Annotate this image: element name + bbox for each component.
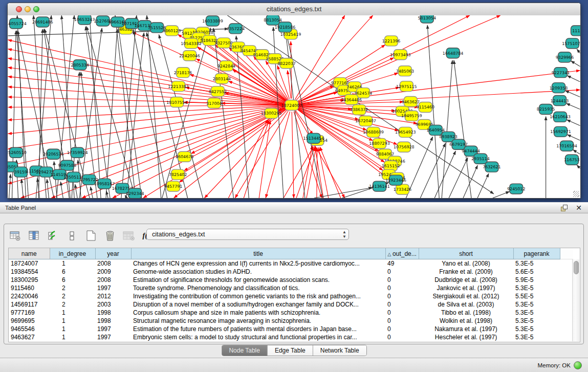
table-cell[interactable]: Tibbo et al. (1998) [419, 309, 513, 317]
table-cell[interactable]: 0 [385, 325, 419, 333]
table-cell[interactable]: Stergiakouli et al. (2012) [419, 292, 513, 300]
table-row[interactable]: 946554611997Estimation of the future num… [9, 325, 573, 333]
table-cell[interactable]: 2009 [95, 268, 131, 276]
column-header-title[interactable]: title [131, 248, 385, 259]
table-cell[interactable]: Corpus callosum shape and size in male p… [131, 309, 385, 317]
graph-node[interactable]: 9329966 [556, 52, 574, 62]
table-row[interactable]: 1830029562008Estimation of significance … [9, 276, 573, 284]
table-cell[interactable]: 5.3E-5 [513, 333, 560, 341]
graph-node[interactable]: 17359924 [67, 147, 88, 158]
graph-edge[interactable] [303, 145, 312, 198]
graph-edge[interactable] [567, 135, 580, 140]
graph-edge[interactable] [573, 150, 580, 155]
graph-edge[interactable] [8, 97, 285, 105]
table-cell[interactable]: 1 [50, 259, 95, 268]
table-cell[interactable]: 1 [50, 317, 95, 325]
table-cell[interactable]: 0 [385, 268, 419, 276]
graph-node[interactable]: 18807293 [369, 138, 390, 148]
table-cell[interactable]: 0 [385, 276, 419, 284]
graph-node[interactable]: 9115460 [417, 102, 435, 113]
graph-edge[interactable] [420, 143, 445, 198]
graph-node[interactable]: 9245012 [507, 184, 526, 194]
graph-node[interactable]: 14055724 [8, 18, 27, 29]
table-cell[interactable]: 9463627 [9, 333, 50, 341]
graph-edge[interactable] [319, 147, 329, 198]
graph-edge[interactable] [21, 179, 24, 198]
table-cell[interactable]: 22420046 [9, 292, 50, 300]
graph-node[interactable]: 1117 [571, 26, 580, 36]
table-cell[interactable]: 18724007 [9, 259, 50, 268]
table-cell[interactable]: 14569117 [9, 300, 50, 309]
graph-edge[interactable] [126, 33, 144, 198]
table-row[interactable]: 969969511998Structural magnetic resonanc… [9, 317, 573, 325]
graph-edge[interactable] [79, 28, 102, 198]
graph-edge[interactable] [566, 103, 580, 109]
table-row[interactable]: 1872400712008Changes of HCN gene express… [9, 259, 573, 268]
graph-edge[interactable] [477, 173, 489, 198]
table-row[interactable]: 946362711997Embryonic stem cells: a mode… [9, 333, 573, 341]
table-cell[interactable]: 1 [50, 325, 95, 333]
graph-edge[interactable] [577, 49, 580, 53]
graph-node[interactable]: 9242844 [217, 61, 236, 71]
graph-node[interactable]: 12213383 [168, 81, 189, 92]
graph-node[interactable]: 7825402 [169, 169, 187, 180]
graph-edge[interactable] [571, 61, 580, 67]
graph-edge[interactable] [291, 41, 292, 99]
graph-node[interactable]: 7515526 [148, 23, 166, 33]
graph-edge[interactable] [294, 112, 322, 198]
table-row[interactable]: 911546021997Tourette syndrome. Phenomeno… [9, 284, 573, 292]
float-panel-icon[interactable] [561, 205, 568, 211]
table-cell[interactable]: Dudbridge et al. (2008) [419, 276, 513, 284]
graph-node[interactable]: 17016504 [556, 141, 577, 151]
table-cell[interactable]: Yano et al. (2008) [419, 259, 513, 268]
table-cell[interactable]: Estimation of the future numbers of pati… [131, 325, 385, 333]
graph-edge[interactable] [75, 184, 78, 198]
graph-node[interactable]: 9227341 [552, 68, 570, 78]
table-cell[interactable]: 2008 [95, 259, 131, 268]
graph-node[interactable]: 10756928 [394, 142, 415, 152]
table-cell[interactable]: Wolkin et al. (1998) [419, 317, 513, 325]
tab-edge-table[interactable]: Edge Table [268, 345, 313, 356]
graph-edge[interactable] [284, 146, 314, 198]
table-cell[interactable]: 2008 [95, 276, 131, 284]
table-cell[interactable]: Structural magnetic resonance image aver… [131, 317, 385, 325]
graph-edge[interactable] [8, 68, 286, 104]
table-cell[interactable]: Genome-wide association studies in ADHD. [131, 268, 385, 276]
graph-edge[interactable] [449, 158, 468, 198]
graph-node[interactable]: 10688609 [363, 127, 384, 137]
graph-edge[interactable] [296, 147, 315, 198]
table-cell[interactable]: Hescheler et al. (1997) [419, 333, 513, 341]
table-cell[interactable]: 1 [50, 333, 95, 341]
graph-node[interactable]: 116753 [564, 155, 579, 165]
table-row[interactable]: 1456911722003Disruption of a novel membe… [9, 300, 573, 309]
table-cell[interactable]: 2003 [95, 300, 131, 309]
table-cell[interactable]: 2 [50, 292, 95, 300]
table-cell[interactable]: 0 [385, 333, 419, 341]
graph-node[interactable]: 2805334 [71, 60, 89, 70]
table-cell[interactable]: 19384554 [9, 268, 50, 276]
graph-edge[interactable] [204, 110, 287, 198]
graph-edge[interactable] [213, 28, 233, 198]
table-cell[interactable]: 5.6E-5 [513, 268, 560, 276]
graph-node[interactable]: 39159 [14, 167, 28, 177]
table-cell[interactable]: 1 [50, 309, 95, 317]
graph-edge[interactable] [8, 105, 285, 107]
network-canvas[interactable]: 1872400774638229860123591235182260589127… [8, 15, 580, 198]
table-cell[interactable]: 6 [50, 276, 95, 284]
graph-edge[interactable] [493, 191, 510, 198]
table-cell[interactable]: 1998 [95, 317, 131, 325]
graph-edge[interactable] [567, 76, 580, 82]
graph-edge[interactable] [292, 112, 294, 198]
graph-node[interactable]: 20691406 [32, 17, 53, 27]
graph-node[interactable]: 5813054 [418, 15, 437, 23]
table-cell[interactable]: 9699695 [9, 317, 50, 325]
table-cell[interactable]: 5.3E-5 [513, 309, 560, 317]
tab-network-table[interactable]: Network Table [313, 345, 366, 356]
table-row[interactable]: 1938455462009Genome-wide association stu… [9, 268, 573, 276]
graph-node[interactable]: 15751074 [562, 38, 580, 49]
table-cell[interactable]: Estimation of significance thresholds fo… [131, 276, 385, 284]
window-titlebar[interactable]: citations_edges.txt [8, 3, 580, 16]
column-header-in_degree[interactable]: in_degree [50, 248, 95, 259]
column-header-year[interactable]: year [95, 248, 131, 259]
table-cell[interactable]: Nakamura et al. (1997) [419, 325, 513, 333]
